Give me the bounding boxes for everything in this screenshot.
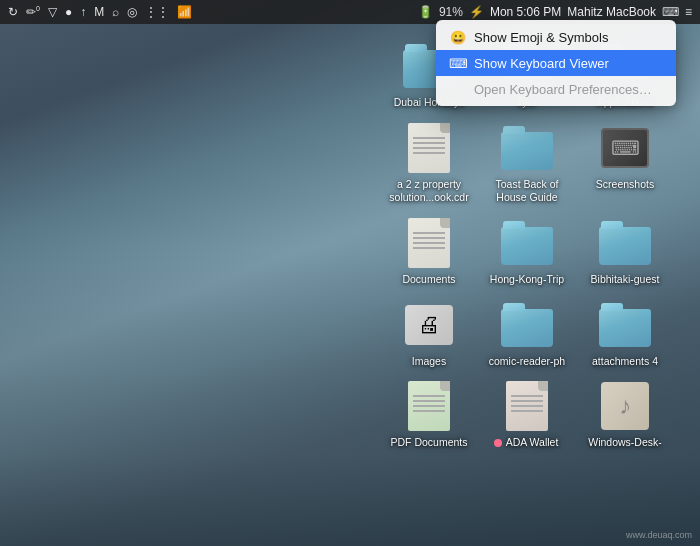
ada-dot — [494, 439, 502, 447]
documents-shape — [408, 218, 450, 268]
icon-comic-reader[interactable]: comic-reader-ph — [482, 299, 572, 369]
menubar-left: ↻ ✏0 ▽ ● ↑ M ⌕ ◎ ⋮⋮ 📶 — [8, 5, 192, 19]
icon-toast-back[interactable]: Toast Back of House Guide — [482, 122, 572, 205]
pdf-label: PDF Documents — [390, 436, 467, 450]
keyboard-icon[interactable]: ⌨ — [662, 5, 679, 19]
upload-icon: ↑ — [80, 5, 86, 19]
pencil-icon: ✏0 — [26, 5, 40, 19]
icon-images[interactable]: 🖨 Images — [384, 299, 474, 369]
music-menu-icon: ◎ — [127, 5, 137, 19]
a2z-icon-img — [403, 122, 455, 174]
windows-desk-label: Windows-Desk- — [588, 436, 662, 450]
ada-shape — [506, 381, 548, 431]
folder-shape — [501, 303, 553, 347]
emoji-menu-label: Show Emoji & Symbols — [474, 30, 608, 45]
screenshots-icon-img — [599, 122, 651, 174]
hong-kong-icon-img — [501, 217, 553, 269]
menubar-device-name: Mahitz MacBook — [567, 5, 656, 19]
menu-item-emoji[interactable]: 😀 Show Emoji & Symbols — [436, 24, 676, 50]
search-icon: ⌕ — [112, 5, 119, 19]
bibhitaki-label: Bibhitaki-guest — [591, 273, 660, 287]
doc-shape — [408, 123, 450, 173]
hong-kong-label: Hong-Kong-Trip — [490, 273, 564, 287]
battery-icon: 🔋 — [418, 5, 433, 19]
images-label: Images — [412, 355, 446, 369]
icon-screenshots[interactable]: Screenshots — [580, 122, 670, 205]
menu-item-keyboard-prefs: Open Keyboard Preferences… — [436, 76, 676, 102]
mail-icon: M — [94, 5, 104, 19]
attachments-icon-img — [599, 299, 651, 351]
menubar-right: 🔋 91% ⚡ Mon 5:06 PM Mahitz MacBook ⌨ ≡ — [418, 5, 692, 19]
folder-shape — [501, 221, 553, 265]
screenshots-label: Screenshots — [596, 178, 654, 192]
icon-hong-kong[interactable]: Hong-Kong-Trip — [482, 217, 572, 287]
icon-ada-wallet[interactable]: ADA Wallet — [482, 380, 572, 450]
list-icon[interactable]: ≡ — [685, 5, 692, 19]
windows-desk-icon-img: ♪ — [599, 380, 651, 432]
dots-icon: ⋮⋮ — [145, 5, 169, 19]
icon-attachments[interactable]: attachments 4 — [580, 299, 670, 369]
keyboard-prefs-menu-icon — [450, 81, 466, 97]
documents-icon-img — [403, 217, 455, 269]
icon-a2z-property[interactable]: a 2 z property solution...ook.cdr — [384, 122, 474, 205]
keyboard-viewer-menu-label: Show Keyboard Viewer — [474, 56, 609, 71]
ada-wallet-label: ADA Wallet — [496, 436, 559, 450]
keyboard-prefs-menu-label: Open Keyboard Preferences… — [474, 82, 652, 97]
icon-pdf-documents[interactable]: PDF Documents — [384, 380, 474, 450]
circle-icon: ● — [65, 5, 72, 19]
folder-shape — [501, 126, 553, 170]
icon-windows-desk[interactable]: ♪ Windows-Desk- — [580, 380, 670, 450]
images-icon-img: 🖨 — [403, 299, 455, 351]
pdf-icon-img — [403, 380, 455, 432]
apple-icon: ↻ — [8, 5, 18, 19]
keyboard-dropdown-menu: 😀 Show Emoji & Symbols ⌨ Show Keyboard V… — [436, 20, 676, 106]
folder-shape — [599, 303, 651, 347]
comic-reader-label: comic-reader-ph — [489, 355, 565, 369]
bibhitaki-icon-img — [599, 217, 651, 269]
filter-icon: ▽ — [48, 5, 57, 19]
icon-bibhitaki[interactable]: Bibhitaki-guest — [580, 217, 670, 287]
attachments-label: attachments 4 — [592, 355, 658, 369]
toast-icon-img — [501, 122, 553, 174]
folder-shape — [599, 221, 651, 265]
menubar-clock: Mon 5:06 PM — [490, 5, 561, 19]
printer-shape: 🖨 — [405, 305, 453, 345]
wifi-icon: 📶 — [177, 5, 192, 19]
menu-item-keyboard-viewer[interactable]: ⌨ Show Keyboard Viewer — [436, 50, 676, 76]
documents-label: Documents — [402, 273, 455, 287]
charge-icon: ⚡ — [469, 5, 484, 19]
comic-reader-icon-img — [501, 299, 553, 351]
icon-documents[interactable]: Documents — [384, 217, 474, 287]
battery-percent: 91% — [439, 5, 463, 19]
ada-label-container: ADA Wallet — [496, 436, 559, 450]
pdf-shape — [408, 381, 450, 431]
emoji-menu-icon: 😀 — [450, 29, 466, 45]
music-shape: ♪ — [601, 382, 649, 430]
keyboard-viewer-menu-icon: ⌨ — [450, 55, 466, 71]
ada-icon-img — [501, 380, 553, 432]
screenshot-shape — [601, 128, 649, 168]
a2z-label: a 2 z property solution...ook.cdr — [384, 178, 474, 205]
watermark: www.deuaq.com — [626, 530, 692, 540]
toast-label: Toast Back of House Guide — [482, 178, 572, 205]
